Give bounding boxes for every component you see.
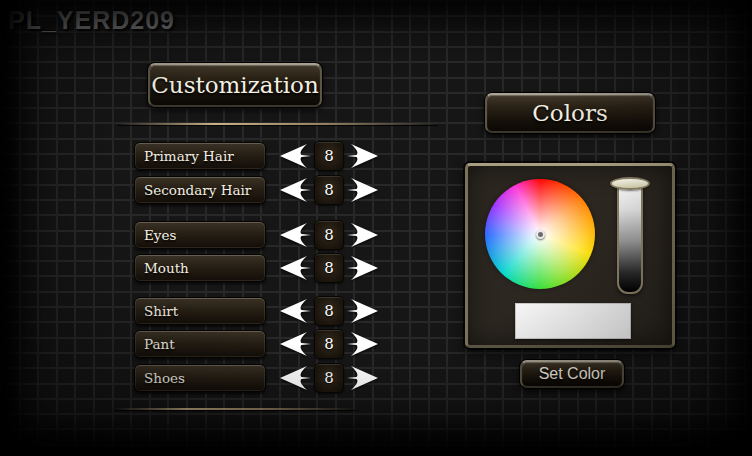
value-text: 8 [324, 181, 334, 199]
increment-button[interactable] [347, 331, 379, 357]
decrement-button[interactable] [279, 177, 311, 203]
row-label-secondary-hair: Secondary Hair [134, 176, 266, 204]
stepper-eyes: 8 [279, 220, 379, 250]
arrow-right-icon [347, 365, 379, 391]
stepper-shoes: 8 [279, 363, 379, 393]
row-label-text: Shoes [144, 370, 185, 386]
row-label-mouth: Mouth [134, 254, 266, 282]
color-picker-panel [465, 163, 675, 348]
stepper-mouth: 8 [279, 253, 379, 283]
arrow-left-icon [279, 177, 311, 203]
arrow-right-icon [347, 222, 379, 248]
customization-title: Customization [148, 63, 322, 107]
row-label-text: Primary Hair [144, 148, 234, 164]
row-label-text: Eyes [144, 227, 176, 243]
stepper-secondary-hair: 8 [279, 175, 379, 205]
row-pant: Pant 8 [134, 329, 379, 359]
value-text: 8 [324, 369, 334, 387]
increment-button[interactable] [347, 298, 379, 324]
value-box: 8 [314, 141, 344, 171]
value-box: 8 [314, 363, 344, 393]
brightness-slider[interactable] [610, 177, 650, 295]
increment-button[interactable] [347, 143, 379, 169]
row-label-text: Secondary Hair [144, 182, 251, 198]
row-eyes: Eyes 8 [134, 220, 379, 250]
row-label-primary-hair: Primary Hair [134, 142, 266, 170]
divider-line-top [118, 123, 438, 125]
arrow-right-icon [347, 177, 379, 203]
watermark-text: PL_YERD209 [8, 6, 175, 35]
stepper-shirt: 8 [279, 296, 379, 326]
value-box: 8 [314, 296, 344, 326]
value-box: 8 [314, 220, 344, 250]
value-box: 8 [314, 175, 344, 205]
stepper-pant: 8 [279, 329, 379, 359]
row-label-text: Pant [144, 336, 175, 352]
customization-screen: PL_YERD209 Customization Primary Hair 8 … [0, 0, 752, 456]
row-primary-hair: Primary Hair 8 [134, 141, 379, 171]
row-label-shoes: Shoes [134, 364, 266, 392]
decrement-button[interactable] [279, 365, 311, 391]
arrow-left-icon [279, 365, 311, 391]
decrement-button[interactable] [279, 255, 311, 281]
value-text: 8 [324, 226, 334, 244]
value-box: 8 [314, 329, 344, 359]
row-label-text: Shirt [144, 303, 178, 319]
arrow-right-icon [347, 255, 379, 281]
increment-button[interactable] [347, 177, 379, 203]
row-shoes: Shoes 8 [134, 363, 379, 393]
value-text: 8 [324, 259, 334, 277]
increment-button[interactable] [347, 255, 379, 281]
selected-color-swatch [515, 303, 631, 339]
value-text: 8 [324, 302, 334, 320]
arrow-left-icon [279, 222, 311, 248]
arrow-right-icon [347, 331, 379, 357]
stepper-primary-hair: 8 [279, 141, 379, 171]
row-label-text: Mouth [144, 260, 189, 276]
arrow-left-icon [279, 255, 311, 281]
decrement-button[interactable] [279, 331, 311, 357]
arrow-left-icon [279, 143, 311, 169]
arrow-right-icon [347, 143, 379, 169]
row-label-eyes: Eyes [134, 221, 266, 249]
decrement-button[interactable] [279, 222, 311, 248]
row-secondary-hair: Secondary Hair 8 [134, 175, 379, 205]
divider-line-bottom [114, 408, 356, 410]
row-mouth: Mouth 8 [134, 253, 379, 283]
color-wheel[interactable] [485, 179, 595, 289]
slider-cap [610, 177, 650, 190]
value-text: 8 [324, 147, 334, 165]
wheel-cursor[interactable] [536, 230, 545, 239]
colors-title: Colors [485, 93, 655, 133]
increment-button[interactable] [347, 365, 379, 391]
arrow-left-icon [279, 331, 311, 357]
row-shirt: Shirt 8 [134, 296, 379, 326]
arrow-right-icon [347, 298, 379, 324]
row-label-shirt: Shirt [134, 297, 266, 325]
set-color-button[interactable]: Set Color [520, 360, 624, 388]
value-text: 8 [324, 335, 334, 353]
brightness-gradient-bar[interactable] [617, 184, 643, 294]
value-box: 8 [314, 253, 344, 283]
decrement-button[interactable] [279, 143, 311, 169]
increment-button[interactable] [347, 222, 379, 248]
decrement-button[interactable] [279, 298, 311, 324]
row-label-pant: Pant [134, 330, 266, 358]
arrow-left-icon [279, 298, 311, 324]
